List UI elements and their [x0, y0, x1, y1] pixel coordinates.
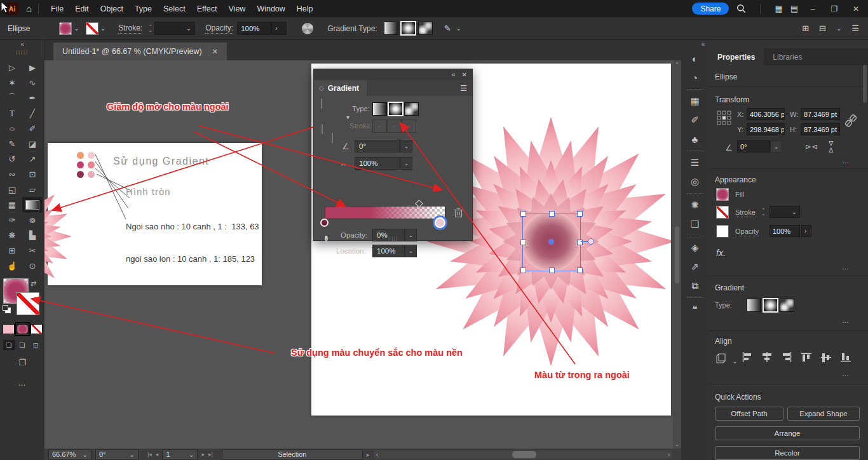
opacity-swatch[interactable] — [716, 225, 729, 238]
gradient-aspect-field[interactable]: 100% — [355, 157, 400, 170]
recolor-artwork-icon[interactable] — [302, 23, 313, 34]
draw-behind-button[interactable]: ❏ — [17, 340, 29, 350]
zoom-tool[interactable]: ⊙ — [22, 258, 43, 273]
panel-grid-icon[interactable]: ⊞ — [802, 24, 809, 33]
flip-horizontal-icon[interactable]: ⊳⊲ — [805, 142, 818, 151]
search-icon[interactable] — [736, 4, 746, 13]
menu-object[interactable]: Object — [95, 2, 129, 16]
free-transform-tool[interactable]: ⊡ — [22, 166, 43, 182]
gradient-linear-button[interactable] — [372, 102, 387, 116]
curvature-tool[interactable]: ⌒ — [2, 90, 22, 105]
draw-inside-button[interactable]: ⊡ — [30, 340, 42, 350]
brushes-panel-icon[interactable]: ✐ — [684, 112, 706, 128]
appearance-more-icon[interactable]: … — [842, 263, 850, 271]
layers-panel-icon[interactable]: ◈ — [684, 240, 706, 256]
gradient-slider[interactable] — [325, 206, 445, 219]
selection-handle[interactable] — [577, 211, 583, 217]
h-field[interactable]: 87.3469 pt — [801, 123, 840, 135]
offset-path-button[interactable]: Offset Path — [715, 407, 783, 421]
scrollbar-thumb[interactable] — [863, 65, 867, 103]
gradient-more-icon[interactable]: … — [842, 316, 850, 324]
mesh-tool[interactable]: ▦ — [2, 197, 22, 212]
edit-gradient-icon[interactable]: ✎ — [444, 24, 451, 33]
opacity-field[interactable]: 100% — [237, 22, 271, 35]
stroke-chevron-icon[interactable]: ⌄ — [100, 25, 105, 32]
artboard-tool[interactable]: ⊞ — [2, 243, 22, 258]
arrange-button[interactable]: Arrange — [715, 426, 860, 440]
share-button[interactable]: Share — [692, 3, 729, 15]
y-field[interactable]: 298.9468 pt — [747, 123, 785, 135]
home-icon[interactable]: ⌂ — [26, 3, 32, 14]
close-panel-icon[interactable]: ✕ — [462, 71, 467, 78]
panel-scrollbar[interactable] — [863, 65, 867, 446]
gradient-mode-button[interactable] — [17, 324, 29, 334]
fill-proxy-swatch[interactable] — [322, 124, 323, 134]
symbols-panel-icon[interactable]: ♣ — [684, 131, 706, 147]
menu-help[interactable]: Help — [291, 2, 319, 16]
draw-normal-button[interactable]: ❏ — [3, 340, 15, 350]
align-vertical-center-icon[interactable] — [820, 352, 832, 363]
stroke-weight-stepper[interactable]: ⌃ ⌄ — [146, 22, 154, 35]
shape-builder-tool[interactable]: ◱ — [2, 182, 22, 197]
color-guide-panel-icon[interactable]: ◔ — [684, 69, 706, 86]
close-button[interactable]: ✕ — [849, 4, 863, 13]
artboards-panel-icon[interactable]: ⧉ — [684, 278, 706, 294]
status-mode-display[interactable]: Selection — [222, 449, 363, 460]
stroke-weight-label[interactable]: Stroke: — [118, 24, 142, 34]
rotation-chevron-icon[interactable]: ⌄ — [770, 140, 782, 152]
tab-properties[interactable]: Properties — [709, 48, 764, 65]
scrollbar-thumb[interactable] — [512, 451, 536, 458]
selection-center-point[interactable] — [548, 239, 554, 245]
expand-dock-icon[interactable]: « — [701, 41, 705, 48]
scroll-up-icon[interactable]: ⌃ — [675, 62, 680, 68]
selection-handle[interactable] — [549, 211, 555, 217]
first-artboard-icon[interactable]: |◂ — [147, 451, 152, 457]
ellipse-tool[interactable]: ○ — [0, 121, 25, 136]
align-horizontal-center-icon[interactable] — [761, 352, 773, 363]
align-bottom-icon[interactable] — [840, 352, 851, 363]
artboard-number-dropdown[interactable]: 1 ⌄ — [162, 449, 198, 460]
default-fill-stroke-icon[interactable] — [3, 305, 11, 313]
align-top-icon[interactable] — [801, 352, 812, 363]
location-chevron-icon[interactable]: ⌄ — [405, 245, 417, 257]
magic-wand-tool[interactable]: ✶ — [2, 75, 22, 90]
comments-panel-icon[interactable]: ❝ — [684, 301, 706, 318]
gradient-panel-tab[interactable]: ◇ Gradient — [314, 80, 367, 96]
gradient-radial-button[interactable] — [388, 102, 403, 116]
collapse-toolbar-icon[interactable]: « — [20, 41, 24, 48]
link-dimensions-icon[interactable] — [844, 113, 857, 128]
eraser-tool[interactable]: ◪ — [22, 136, 43, 151]
menu-type[interactable]: Type — [129, 2, 158, 16]
stroke-proxy-swatch[interactable] — [332, 133, 333, 143]
angle-chevron-icon[interactable]: ⌄ — [400, 140, 412, 152]
transparency-panel-icon[interactable]: ◎ — [684, 173, 706, 190]
width-tool[interactable]: ∾ — [2, 166, 22, 182]
panel-flow-icon[interactable]: ⊟ — [819, 24, 826, 33]
swap-fill-stroke-icon[interactable]: ⇄ — [31, 280, 36, 288]
more-options-chevron-icon[interactable]: ⌄ — [456, 25, 461, 32]
panel-cycle-icon[interactable]: ◇ — [319, 85, 324, 91]
menu-select[interactable]: Select — [158, 2, 191, 16]
rotation-dropdown[interactable]: 0° ⌄ — [95, 449, 139, 460]
scroll-right-icon[interactable]: › — [668, 450, 670, 459]
selection-handle[interactable] — [520, 267, 526, 273]
align-more-icon[interactable]: … — [842, 370, 850, 377]
panel-grip[interactable]: ||||| — [0, 50, 44, 56]
gradient-stop-start[interactable] — [320, 219, 329, 227]
previous-artboard-icon[interactable]: ◂ — [156, 451, 159, 457]
horizontal-scrollbar[interactable]: ‹ › — [374, 450, 672, 459]
line-segment-tool[interactable]: ╱ — [22, 105, 43, 121]
stroke-label[interactable]: Stroke — [735, 208, 756, 217]
opacity-expand-button[interactable]: › — [801, 225, 811, 237]
selection-handle[interactable] — [577, 267, 583, 273]
recolor-button[interactable]: Recolor — [715, 446, 860, 460]
w-field[interactable]: 87.3469 pt — [801, 108, 840, 120]
stroke-panel-icon[interactable]: ☰ — [684, 154, 706, 171]
gradient-linear-button[interactable] — [384, 22, 398, 35]
gradient-radial-button[interactable] — [401, 22, 416, 35]
selection-handle[interactable] — [520, 211, 526, 217]
stroke-weight-dropdown[interactable]: ⌄ — [154, 22, 195, 35]
selection-handle[interactable] — [549, 267, 555, 273]
align-left-icon[interactable] — [742, 352, 753, 363]
flip-vertical-icon[interactable]: ⊳⊲ — [827, 140, 836, 153]
